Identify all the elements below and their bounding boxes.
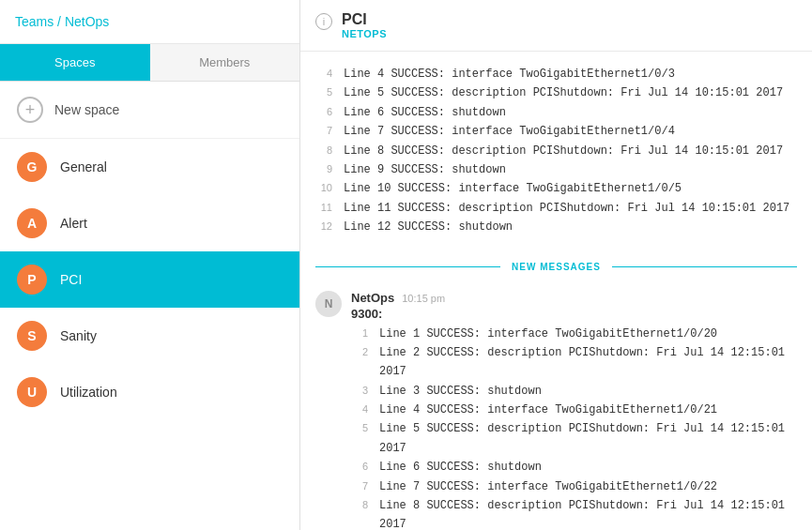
- line-content: Line 6 SUCCESS: shutdown: [344, 103, 506, 122]
- line-content: Line 12 SUCCESS: shutdown: [344, 218, 513, 236]
- sidebar-item-utilization[interactable]: U Utilization: [0, 364, 299, 420]
- old-code-lines: 4Line 4 SUCCESS: interface TwoGigabitEth…: [315, 65, 797, 237]
- line-number: 10: [315, 179, 344, 198]
- line-number: 3: [351, 382, 379, 401]
- code-line: 7Line 7 SUCCESS: interface TwoGigabitEth…: [315, 122, 797, 141]
- line-number: 2: [351, 343, 379, 382]
- channel-header: i PCI NETOPS: [300, 0, 812, 52]
- line-number: 12: [315, 218, 344, 236]
- line-number: 9: [315, 160, 344, 179]
- code-line: 9Line 9 SUCCESS: shutdown: [315, 160, 797, 179]
- code-line: 4Line 4 SUCCESS: interface TwoGigabitEth…: [315, 65, 797, 83]
- message-body: NetOps 10:15 pm 9300: 1Line 1 SUCCESS: i…: [351, 291, 797, 530]
- code-line: 4Line 4 SUCCESS: interface TwoGigabitEth…: [351, 401, 797, 419]
- code-line: 5Line 5 SUCCESS: description PCIShutdown…: [315, 83, 797, 102]
- line-number: 7: [351, 477, 379, 496]
- sidebar-item-sanity[interactable]: S Sanity: [0, 308, 299, 364]
- sidebar-item-pci[interactable]: P PCI: [0, 251, 299, 308]
- line-content: Line 6 SUCCESS: shutdown: [379, 458, 542, 477]
- space-name-pci: PCI: [60, 272, 82, 287]
- space-name-sanity: Sanity: [60, 328, 97, 343]
- space-name-utilization: Utilization: [60, 385, 117, 400]
- tab-members[interactable]: Members: [150, 44, 300, 81]
- line-content: Line 2 SUCCESS: description PCIShutdown:…: [379, 343, 797, 382]
- info-icon[interactable]: i: [315, 13, 332, 30]
- code-line: 11Line 11 SUCCESS: description PCIShutdo…: [315, 199, 797, 218]
- message-prefix: 9300:: [351, 307, 797, 321]
- code-line: 8Line 8 SUCCESS: description PCIShutdown…: [315, 142, 797, 160]
- message-time: 10:15 pm: [402, 293, 445, 304]
- divider-label: NEW MESSAGES: [500, 262, 612, 272]
- line-number: 6: [351, 458, 379, 477]
- line-content: Line 7 SUCCESS: interface TwoGigabitEthe…: [344, 122, 675, 141]
- channel-info: PCI NETOPS: [342, 11, 387, 39]
- code-line: 2Line 2 SUCCESS: description PCIShutdown…: [351, 343, 797, 382]
- line-content: Line 11 SUCCESS: description PCIShutdown…: [344, 199, 789, 218]
- code-line: 7Line 7 SUCCESS: interface TwoGigabitEth…: [351, 477, 797, 496]
- line-number: 11: [315, 199, 344, 218]
- plus-icon: +: [17, 97, 43, 123]
- divider-line-left: [315, 266, 500, 267]
- code-line: 1Line 1 SUCCESS: interface TwoGigabitEth…: [351, 325, 797, 343]
- line-number: 7: [315, 122, 344, 141]
- new-code-lines: 1Line 1 SUCCESS: interface TwoGigabitEth…: [351, 325, 797, 530]
- divider-line-right: [612, 266, 797, 267]
- sidebar-tabs: Spaces Members: [0, 44, 299, 82]
- line-number: 8: [351, 496, 379, 530]
- space-name-general: General: [60, 159, 107, 174]
- new-space-label: New space: [54, 102, 119, 117]
- line-content: Line 7 SUCCESS: interface TwoGigabitEthe…: [379, 477, 717, 496]
- new-space-button[interactable]: + New space: [0, 82, 299, 139]
- message-meta: NetOps 10:15 pm: [351, 291, 797, 305]
- space-name-alert: Alert: [60, 216, 87, 231]
- code-line: 6Line 6 SUCCESS: shutdown: [315, 103, 797, 122]
- line-content: Line 3 SUCCESS: shutdown: [379, 382, 542, 401]
- code-line: 12Line 12 SUCCESS: shutdown: [315, 218, 797, 236]
- line-content: Line 5 SUCCESS: description PCIShutdown:…: [379, 419, 797, 458]
- channel-name: PCI: [342, 11, 387, 28]
- message-author: NetOps: [351, 291, 394, 305]
- sidebar-item-general[interactable]: G General: [0, 139, 299, 195]
- avatar-netops: N: [315, 291, 342, 317]
- code-line: 5Line 5 SUCCESS: description PCIShutdown…: [351, 419, 797, 458]
- avatar-sanity: S: [17, 321, 47, 351]
- line-content: Line 1 SUCCESS: interface TwoGigabitEthe…: [379, 325, 717, 343]
- line-content: Line 4 SUCCESS: interface TwoGigabitEthe…: [379, 401, 717, 419]
- code-line: 3Line 3 SUCCESS: shutdown: [351, 382, 797, 401]
- line-content: Line 9 SUCCESS: shutdown: [344, 160, 506, 179]
- code-line: 10Line 10 SUCCESS: interface TwoGigabitE…: [315, 179, 797, 198]
- avatar-alert: A: [17, 208, 47, 238]
- line-number: 1: [351, 325, 379, 343]
- tab-spaces[interactable]: Spaces: [0, 44, 150, 81]
- line-number: 4: [351, 401, 379, 419]
- old-message-block: 4Line 4 SUCCESS: interface TwoGigabitEth…: [300, 52, 812, 250]
- avatar-pci: P: [17, 265, 47, 295]
- line-number: 5: [315, 83, 344, 102]
- avatar-general: G: [17, 152, 47, 182]
- line-number: 4: [315, 65, 344, 83]
- code-line: 6Line 6 SUCCESS: shutdown: [351, 458, 797, 477]
- line-content: Line 10 SUCCESS: interface TwoGigabitEth…: [344, 179, 682, 198]
- line-content: Line 5 SUCCESS: description PCIShutdown:…: [344, 83, 783, 102]
- breadcrumb-header: Teams / NetOps: [0, 0, 299, 44]
- code-line: 8Line 8 SUCCESS: description PCIShutdown…: [351, 496, 797, 530]
- new-messages-divider: NEW MESSAGES: [300, 254, 812, 280]
- line-number: 6: [315, 103, 344, 122]
- messages-area[interactable]: 4Line 4 SUCCESS: interface TwoGigabitEth…: [300, 52, 812, 530]
- new-message-row: N NetOps 10:15 pm 9300: 1Line 1 SUCCESS:…: [300, 283, 812, 530]
- line-number: 5: [351, 419, 379, 458]
- line-content: Line 8 SUCCESS: description PCIShutdown:…: [344, 142, 783, 160]
- line-content: Line 8 SUCCESS: description PCIShutdown:…: [379, 496, 797, 530]
- breadcrumb: Teams / NetOps: [15, 14, 109, 29]
- line-content: Line 4 SUCCESS: interface TwoGigabitEthe…: [344, 65, 675, 83]
- sidebar: Teams / NetOps Spaces Members + New spac…: [0, 0, 300, 530]
- channel-team: NETOPS: [342, 28, 387, 39]
- avatar-utilization: U: [17, 377, 47, 407]
- sidebar-item-alert[interactable]: A Alert: [0, 195, 299, 251]
- main-content: i PCI NETOPS 4Line 4 SUCCESS: interface …: [300, 0, 812, 530]
- line-number: 8: [315, 142, 344, 160]
